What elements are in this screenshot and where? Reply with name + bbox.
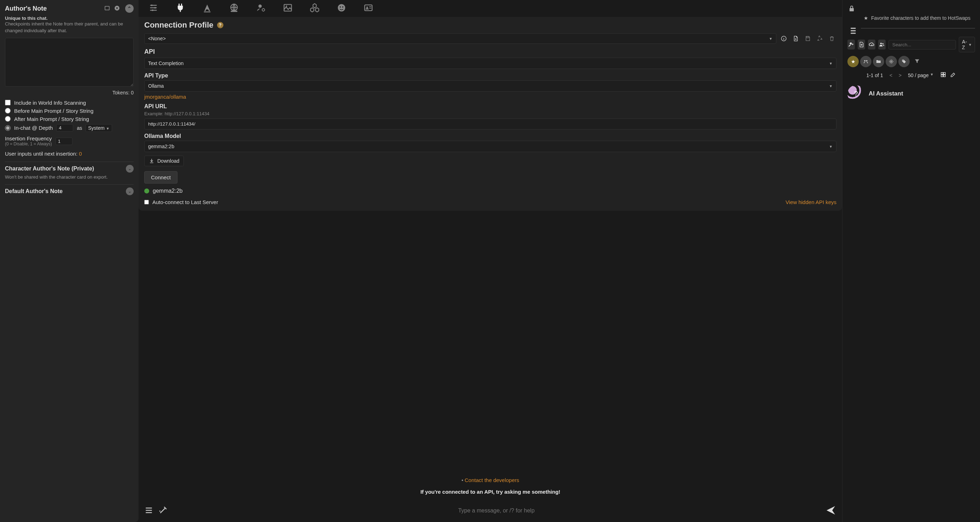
depth-input[interactable] bbox=[56, 124, 73, 132]
sort-select[interactable]: A-Z▼ bbox=[959, 37, 975, 53]
search-input[interactable] bbox=[888, 40, 956, 49]
profile-select[interactable]: <None>▼ bbox=[144, 33, 776, 44]
api-select[interactable]: Text Completion▼ bbox=[144, 58, 837, 69]
panel-title: Author's Note bbox=[5, 5, 47, 13]
filter-gear[interactable] bbox=[886, 56, 897, 67]
cloud-download-icon[interactable] bbox=[868, 40, 875, 49]
status-model: gemma2:2b bbox=[153, 188, 183, 194]
cubes-icon[interactable] bbox=[308, 2, 321, 14]
save-icon[interactable] bbox=[803, 34, 813, 43]
lock-icon[interactable] bbox=[848, 4, 856, 14]
svg-rect-17 bbox=[807, 37, 809, 38]
add-user-icon[interactable] bbox=[848, 40, 855, 49]
connect-button[interactable]: Connect bbox=[144, 171, 178, 183]
maximize-icon[interactable] bbox=[103, 4, 111, 12]
svg-point-22 bbox=[864, 60, 865, 62]
api-type-select[interactable]: Ollama▼ bbox=[144, 80, 837, 92]
edit-icon[interactable] bbox=[950, 72, 956, 79]
svg-point-2 bbox=[151, 5, 153, 6]
api-url-input[interactable] bbox=[144, 118, 837, 129]
insertion-freq-label: Insertion Frequency bbox=[5, 135, 52, 142]
grid-view-icon[interactable] bbox=[940, 72, 947, 79]
svg-point-21 bbox=[882, 43, 883, 45]
chat-area: Contact the developers If you're connect… bbox=[138, 211, 842, 501]
authors-note-textarea[interactable] bbox=[5, 38, 134, 87]
image-icon[interactable] bbox=[282, 2, 294, 14]
download-button[interactable]: Download bbox=[144, 156, 184, 166]
api-label: API bbox=[144, 48, 837, 56]
status-dot-icon bbox=[144, 188, 149, 193]
new-file-icon[interactable] bbox=[791, 34, 800, 43]
authors-note-panel: Author's Note ⌃ Unique to this chat. Che… bbox=[0, 0, 138, 522]
close-icon[interactable] bbox=[113, 4, 121, 12]
help-icon[interactable]: ? bbox=[217, 22, 223, 28]
characters-panel: ★ Favorite characters to add them to Hot… bbox=[842, 0, 980, 522]
auto-connect-checkbox[interactable]: Auto-connect to Last Server bbox=[144, 199, 218, 205]
include-wi-checkbox[interactable]: Include in World Info Scanning bbox=[5, 100, 134, 106]
list-icon[interactable] bbox=[848, 26, 858, 37]
repo-link[interactable]: jmorganca/ollama bbox=[144, 94, 186, 100]
svg-point-23 bbox=[866, 60, 867, 62]
smile-icon[interactable] bbox=[335, 2, 348, 14]
svg-point-24 bbox=[891, 61, 892, 62]
filter-folder[interactable] bbox=[873, 56, 884, 67]
svg-point-7 bbox=[258, 5, 262, 8]
svg-rect-0 bbox=[105, 6, 109, 10]
default-note-section[interactable]: Default Author's Note ⌄ bbox=[5, 188, 134, 195]
api-url-example: Example: http://127.0.0.1:11434 bbox=[144, 111, 837, 116]
after-prompt-radio[interactable]: After Main Prompt / Story String bbox=[5, 116, 134, 122]
trash-icon[interactable] bbox=[827, 34, 837, 43]
filter-favorites[interactable]: ★ bbox=[848, 56, 859, 67]
menu-icon[interactable] bbox=[144, 506, 153, 516]
prev-page[interactable]: < bbox=[889, 73, 892, 78]
next-page[interactable]: > bbox=[899, 73, 902, 78]
user-cog-icon[interactable] bbox=[255, 2, 267, 14]
star-icon: ★ bbox=[864, 15, 868, 21]
id-card-icon[interactable] bbox=[362, 2, 375, 14]
character-name: AI Assistant bbox=[869, 90, 903, 97]
inchat-radio[interactable]: In-chat @ Depth bbox=[5, 125, 52, 131]
send-icon[interactable] bbox=[825, 504, 837, 517]
svg-point-15 bbox=[366, 7, 368, 8]
group-add-icon[interactable] bbox=[878, 40, 886, 49]
character-item[interactable]: ? AI Assistant bbox=[848, 84, 975, 103]
filter-groups[interactable] bbox=[860, 56, 872, 67]
token-count: Tokens: 0 bbox=[5, 90, 134, 95]
connection-profile-title: Connection Profile bbox=[144, 21, 213, 30]
message-input[interactable] bbox=[172, 506, 820, 516]
page-info: 1-1 of 1 bbox=[866, 73, 883, 78]
plug-icon[interactable] bbox=[174, 2, 187, 14]
insertion-freq-hint: (0 = Disable, 1 = Always) bbox=[5, 142, 52, 146]
top-toolbar bbox=[138, 0, 842, 17]
collapse-icon[interactable]: ⌃ bbox=[125, 4, 134, 13]
as-label: as bbox=[77, 125, 82, 131]
insertion-freq-input[interactable] bbox=[56, 138, 73, 145]
svg-point-19 bbox=[850, 43, 852, 45]
api-url-label: API URL bbox=[144, 103, 837, 110]
import-icon[interactable] bbox=[858, 40, 865, 49]
filter-funnel-icon[interactable] bbox=[914, 58, 920, 65]
chevron-down-icon: ⌄ bbox=[126, 188, 134, 195]
globe-icon[interactable] bbox=[228, 2, 240, 14]
svg-point-4 bbox=[152, 10, 153, 11]
per-page-select[interactable]: 50 / page▼ bbox=[908, 73, 933, 78]
view-keys-link[interactable]: View hidden API keys bbox=[786, 199, 837, 205]
contact-link[interactable]: Contact the developers bbox=[465, 477, 519, 483]
svg-rect-29 bbox=[943, 75, 945, 77]
wand-icon[interactable] bbox=[158, 506, 167, 516]
info-icon[interactable] bbox=[779, 34, 788, 43]
filter-tags[interactable] bbox=[898, 56, 910, 67]
recycle-icon[interactable] bbox=[815, 34, 824, 43]
before-prompt-radio[interactable]: Before Main Prompt / Story String bbox=[5, 108, 134, 114]
char-note-section[interactable]: Character Author's Note (Private) ⌄ bbox=[5, 165, 134, 173]
model-label: Ollama Model bbox=[144, 133, 837, 139]
avatar: ? bbox=[848, 85, 864, 102]
sliders-icon[interactable] bbox=[147, 2, 160, 14]
font-icon[interactable] bbox=[201, 2, 213, 14]
svg-point-10 bbox=[286, 6, 288, 7]
model-select[interactable]: gemma2:2b▼ bbox=[144, 141, 837, 152]
svg-point-20 bbox=[880, 43, 882, 45]
svg-point-3 bbox=[154, 7, 156, 9]
svg-point-25 bbox=[902, 60, 903, 61]
role-select[interactable]: System ▼ bbox=[86, 124, 112, 132]
